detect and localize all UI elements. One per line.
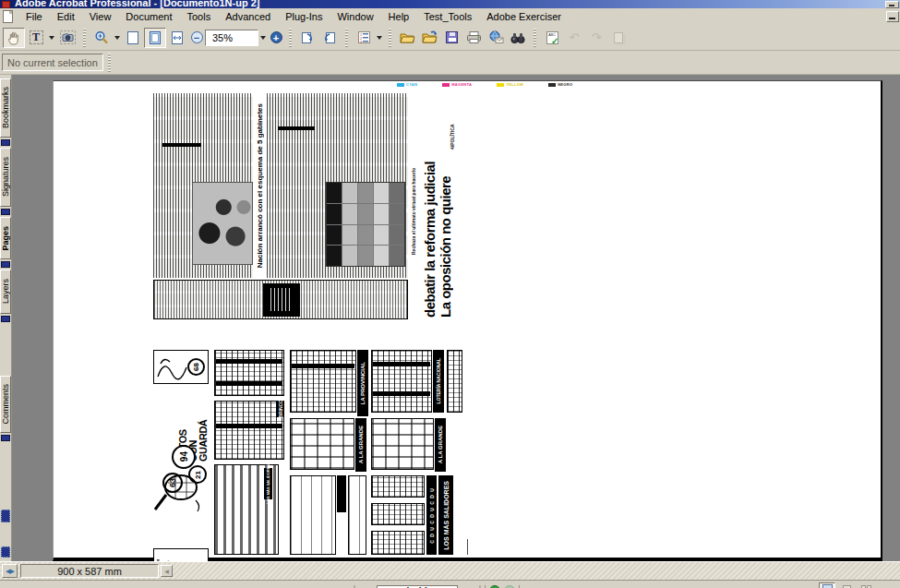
zoom-tool-button[interactable] (90, 28, 113, 48)
mdi-minimize-button[interactable] (886, 11, 899, 22)
fit-page-button[interactable] (144, 28, 166, 48)
menu-test-tools[interactable]: Test_Tools (416, 9, 479, 25)
panel-button[interactable] (1, 510, 10, 522)
fit-width-page-icon (171, 30, 184, 45)
grande-number-box (290, 418, 354, 470)
email-globe-icon (488, 30, 504, 44)
status-bar: ◀▶ 900 x 587 mm ◀ (0, 561, 900, 580)
toolbar-grip[interactable] (534, 29, 536, 47)
facing-layout-button[interactable] (858, 582, 874, 588)
single-page-icon (822, 584, 833, 588)
toolbar-grip[interactable] (289, 29, 292, 47)
lottery-number-circle: 94 (172, 445, 196, 469)
tab-comments-label: Comments (1, 384, 10, 425)
printer-icon (466, 30, 482, 44)
document-pane[interactable]: CYAN MAGENTA YELLOW NEGRO Nación arrancó… (12, 75, 900, 561)
grande-label: A LA GRANDE (435, 418, 446, 472)
menu-edit[interactable]: Edit (50, 9, 82, 25)
news-photo (192, 182, 253, 265)
select-text-tool-button[interactable]: T (25, 28, 47, 48)
menu-file[interactable]: File (18, 9, 50, 25)
provincial-label: LA PROVINCIAL (357, 350, 368, 416)
zoom-tool-dropdown-arrow[interactable] (114, 36, 120, 40)
acrobat-window: Adobe Acrobat Professional - [Documento1… (0, 0, 900, 588)
select-text-dropdown-arrow[interactable] (49, 36, 54, 40)
results-table (214, 401, 284, 460)
menu-document[interactable]: Document (118, 9, 179, 25)
toolbar-grip[interactable] (83, 29, 86, 47)
open-web-folder-icon (422, 30, 438, 44)
toolbar-grip[interactable] (345, 29, 348, 47)
menu-view[interactable]: View (82, 9, 119, 25)
fit-page-icon (149, 30, 162, 45)
email-button[interactable] (485, 28, 507, 48)
menu-adobe-exerciser[interactable]: Adobe Exerciser (479, 9, 569, 25)
menu-window[interactable]: Window (330, 9, 380, 25)
magenta-mark: MAGENTA (442, 82, 472, 87)
zoom-level-dropdown-arrow[interactable] (260, 36, 266, 40)
grande-label: A LA GRANDE (355, 418, 366, 472)
panel-marker[interactable] (1, 139, 10, 146)
pane-splitter-button[interactable]: ◀▶ (2, 564, 18, 578)
actual-size-button[interactable] (122, 28, 144, 48)
open-file-button[interactable] (396, 28, 418, 48)
menu-tools[interactable]: Tools (180, 9, 219, 25)
spellcheck-icon: ABC✓ (546, 31, 558, 44)
results-table (371, 475, 425, 498)
tab-pages[interactable]: Pages (0, 217, 11, 259)
hand-tool-icon (6, 30, 21, 45)
status-scroll-left-button[interactable]: ◀ (161, 565, 173, 577)
save-button[interactable] (440, 28, 462, 48)
snapshot-tool-button[interactable] (56, 28, 78, 48)
hand-tool-button[interactable] (3, 28, 25, 48)
actual-size-page-icon (126, 30, 139, 45)
results-table-label (337, 475, 346, 512)
copy-icon (614, 32, 623, 43)
panel-marker[interactable] (1, 435, 10, 441)
menu-help[interactable]: Help (381, 9, 417, 25)
menu-bar: File Edit View Document Tools Advanced P… (0, 8, 900, 25)
cartoon-doodle (155, 351, 190, 383)
zoom-in-button[interactable]: + (268, 28, 284, 48)
tab-layers[interactable]: Layers (0, 270, 11, 314)
results-table (290, 475, 336, 555)
next-view-page-button[interactable] (318, 28, 341, 48)
minimize-button[interactable] (885, 1, 899, 8)
menu-advanced[interactable]: Advanced (218, 9, 278, 25)
panel-marker[interactable] (1, 316, 10, 322)
zoom-level-combobox[interactable]: 35% (205, 30, 258, 46)
single-page-layout-button[interactable] (819, 582, 835, 588)
undo-button[interactable]: ↶ (563, 28, 585, 48)
previous-view-page-button[interactable] (296, 28, 318, 48)
toolbar-grip[interactable] (389, 29, 391, 47)
search-button[interactable] (507, 28, 529, 48)
page-arrow-icon (300, 30, 315, 45)
window-title: Adobe Acrobat Professional - [Documento1… (15, 0, 259, 8)
tab-bookmarks[interactable]: Bookmarks (0, 78, 11, 138)
task-list-button[interactable]: 1 2 3 (353, 28, 375, 48)
yellow-mark: YELLOW (497, 82, 523, 87)
continuous-layout-button[interactable] (838, 582, 855, 588)
zoom-out-button[interactable]: − (188, 28, 205, 48)
print-button[interactable] (462, 28, 485, 48)
fit-width-button[interactable] (166, 28, 188, 48)
acrobat-app-icon (2, 1, 10, 8)
panel-marker[interactable] (1, 261, 10, 268)
tab-comments[interactable]: Comments (0, 376, 11, 433)
task-list-dropdown-arrow[interactable] (377, 36, 382, 40)
panel-button[interactable] (1, 546, 10, 558)
tab-signatures[interactable]: Signatures (0, 148, 11, 207)
pdf-page[interactable]: CYAN MAGENTA YELLOW NEGRO Nación arrancó… (53, 80, 882, 561)
spellcheck-button[interactable]: ABC✓ (541, 28, 563, 48)
redo-button[interactable]: ↷ (585, 28, 607, 48)
open-web-page-button[interactable] (418, 28, 440, 48)
salidores-big-label: LOS MÁS SALIDORES (438, 475, 453, 555)
black-swatch (548, 83, 556, 87)
page-indicator[interactable]: 1 of 1 (377, 585, 458, 588)
toolbar-grip[interactable] (108, 54, 111, 72)
panel-marker[interactable] (1, 209, 10, 215)
menu-plugins[interactable]: Plug-Ins (278, 9, 330, 25)
select-text-icon: T (30, 30, 43, 44)
copy-button[interactable] (607, 28, 630, 48)
grande-number-box (371, 418, 434, 470)
